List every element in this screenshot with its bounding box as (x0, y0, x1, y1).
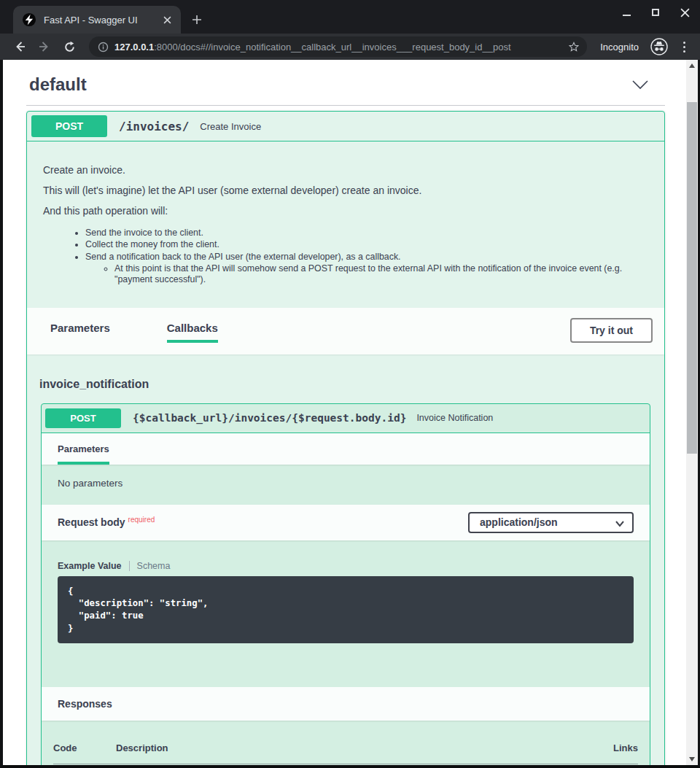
endpoint-summary: Create Invoice (200, 121, 261, 132)
new-tab-button[interactable] (187, 9, 207, 30)
callback-name: invoice_notification (39, 378, 650, 391)
fastapi-favicon-icon (22, 12, 36, 27)
scrollbar-thumb[interactable] (687, 102, 697, 454)
tag-section-header[interactable]: default (26, 73, 665, 106)
incognito-icon (650, 38, 668, 55)
opblock-create-invoice: POST /invoices/ Create Invoice Create an… (26, 111, 665, 768)
description-paragraph: Create an invoice. (43, 164, 635, 176)
list-item: Collect the money from the client. (85, 239, 635, 250)
tab-parameters-inner[interactable]: Parameters (58, 443, 109, 465)
parameters-header: Parameters (42, 433, 650, 465)
tab-schema[interactable]: Schema (129, 561, 171, 571)
callback-path: {$callback_url}/invoices/{$request.body.… (133, 412, 406, 424)
column-header-code: Code (53, 742, 116, 764)
column-header-links: Links (551, 742, 638, 764)
scroll-up-icon[interactable] (686, 60, 698, 71)
description-paragraph: This will (let's imagine) let the API us… (43, 185, 635, 196)
endpoint-path: /invoices/ (119, 120, 189, 133)
method-badge: POST (45, 408, 121, 428)
description-paragraph: And this path operation will: (43, 205, 635, 217)
response-links: No links (551, 764, 638, 768)
method-badge: POST (31, 115, 107, 137)
bookmark-star-icon[interactable] (568, 41, 580, 53)
tab-example-value[interactable]: Example Value (58, 561, 129, 571)
url-text: 127.0.0.1:8000/docs#//invoice_notificati… (114, 42, 562, 53)
page-scrollbar[interactable] (686, 60, 698, 765)
browser-window: Fast API - Swagger UI (0, 0, 700, 768)
responses-table: Code Description Links 200 Successful Re… (42, 721, 650, 768)
no-parameters-text: No parameters (42, 465, 650, 505)
table-row: 200 Successful Response No links (53, 764, 638, 768)
opblock-summary[interactable]: POST /invoices/ Create Invoice (27, 112, 664, 141)
request-body-label: Request bodyrequired (58, 516, 155, 528)
endpoint-description: Create an invoice. This will (let's imag… (27, 141, 664, 308)
site-info-icon[interactable] (98, 42, 109, 53)
url-bar[interactable]: 127.0.0.1:8000/docs#//invoice_notificati… (89, 36, 587, 57)
list-item: Send a notification back to the API user… (85, 252, 635, 263)
tag-title: default (29, 74, 87, 95)
callback-summary[interactable]: POST {$callback_url}/invoices/{$request.… (42, 404, 650, 433)
required-badge: required (128, 516, 155, 524)
minimize-button[interactable] (621, 7, 631, 18)
example-code-block[interactable]: { "description": "string", "paid": true … (58, 576, 634, 643)
incognito-label: Incognito (600, 42, 639, 53)
chevron-down-icon (615, 519, 625, 528)
description-sublist: At this point is that the API will someh… (85, 263, 635, 285)
model-tab-bar: Example Value Schema (58, 561, 634, 571)
description-list: Send the invoice to the client. Collect … (43, 228, 635, 285)
collapse-chevron-icon[interactable] (631, 79, 649, 90)
tab-callbacks[interactable]: Callbacks (167, 322, 218, 343)
tab-strip: Fast API - Swagger UI (0, 0, 700, 34)
scroll-down-icon[interactable] (686, 753, 698, 765)
response-description: Successful Response (116, 764, 551, 768)
tab-close-icon[interactable] (160, 13, 174, 26)
request-body-header: Request bodyrequired application/json (42, 505, 650, 540)
browser-menu-icon[interactable] (677, 38, 691, 55)
close-window-button[interactable] (680, 7, 690, 18)
list-item: Send the invoice to the client. (85, 228, 635, 238)
forward-icon[interactable] (35, 37, 54, 56)
browser-toolbar: 127.0.0.1:8000/docs#//invoice_notificati… (0, 34, 700, 60)
tab-title: Fast API - Swagger UI (44, 15, 153, 26)
content-type-select[interactable]: application/json (468, 512, 634, 533)
page-content: default POST /invoices/ Create Invoice C… (0, 60, 700, 768)
opblock-tab-bar: Parameters Callbacks Try it out (27, 308, 664, 354)
column-header-description: Description (116, 742, 551, 764)
callback-summary-text: Invoice Notification (416, 413, 493, 423)
request-body-model: Example Value Schema { "description": "s… (42, 540, 650, 687)
opblock-invoice-notification: POST {$callback_url}/invoices/{$request.… (41, 403, 650, 768)
callbacks-section: invoice_notification POST {$callback_url… (27, 354, 664, 768)
back-icon[interactable] (10, 37, 29, 56)
responses-header: Responses (42, 687, 650, 721)
response-code: 200 (53, 764, 116, 768)
try-it-out-button[interactable]: Try it out (570, 318, 653, 343)
tab-parameters[interactable]: Parameters (50, 322, 110, 343)
maximize-button[interactable] (650, 7, 661, 18)
reload-icon[interactable] (60, 37, 79, 56)
window-controls (621, 7, 690, 18)
browser-tab[interactable]: Fast API - Swagger UI (13, 6, 181, 34)
list-item: At this point is that the API will someh… (114, 263, 635, 285)
